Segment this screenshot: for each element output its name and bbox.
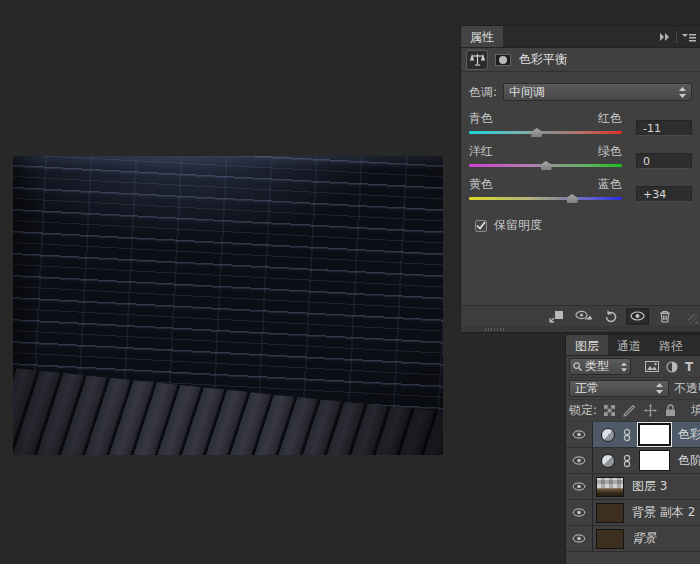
color-balance-scale-icon[interactable] xyxy=(467,51,487,69)
green-label: 绿色 xyxy=(598,143,622,160)
lock-row: 锁定: 填充: xyxy=(566,400,700,422)
magenta-green-thumb[interactable] xyxy=(541,161,552,170)
layer-list-empty-area xyxy=(566,552,700,564)
layer-name[interactable]: 色彩平衡 xyxy=(678,426,700,443)
panel-menu-icon[interactable] xyxy=(682,33,696,42)
magenta-label: 洋红 xyxy=(469,143,493,160)
visibility-eye-icon[interactable] xyxy=(566,448,593,473)
cyan-red-track[interactable] xyxy=(469,131,622,134)
cyan-red-slider-group: 青色 红色 -11 xyxy=(469,110,692,134)
lock-transparency-icon[interactable] xyxy=(604,405,615,416)
clip-to-layer-icon[interactable] xyxy=(545,308,568,325)
tone-label: 色调: xyxy=(469,84,497,101)
properties-footer xyxy=(461,305,700,326)
yellow-blue-value[interactable]: +34 xyxy=(636,186,692,202)
layer-mask-thumbnail[interactable] xyxy=(639,450,670,471)
layer-name[interactable]: 背景 副本 2 xyxy=(632,504,695,521)
panel-resize-grip[interactable] xyxy=(688,314,698,324)
reset-icon[interactable] xyxy=(599,308,622,325)
visibility-eye-icon[interactable] xyxy=(566,422,593,447)
collapse-panel-icon[interactable] xyxy=(659,33,671,41)
cyan-red-thumb[interactable] xyxy=(531,128,542,137)
layer-row-background-copy2[interactable]: 背景 副本 2 xyxy=(566,500,700,526)
properties-panel: 属性 色彩平衡 色调: xyxy=(461,26,700,332)
opacity-label: 不透明度: xyxy=(674,380,700,397)
blend-mode-select[interactable]: 正常 xyxy=(569,380,669,397)
layers-tabbar: 图层 通道 路径 xyxy=(566,335,700,356)
filter-kind-value: 类型 xyxy=(585,358,609,375)
divider xyxy=(676,31,677,43)
blend-mode-value: 正常 xyxy=(575,380,599,397)
red-label: 红色 xyxy=(598,110,622,127)
layer-thumbnail[interactable] xyxy=(596,529,624,549)
panel-drag-strip[interactable] xyxy=(461,326,700,332)
layer-mask-icon[interactable] xyxy=(493,51,513,69)
magenta-green-value[interactable]: 0 xyxy=(636,153,692,169)
tab-paths[interactable]: 路径 xyxy=(650,335,692,355)
filter-adjustment-layers-icon[interactable] xyxy=(666,361,678,373)
visibility-eye-icon[interactable] xyxy=(566,500,593,525)
layer-thumbnail[interactable] xyxy=(596,477,624,497)
layer-name[interactable]: 色阶 xyxy=(678,452,700,469)
preserve-luminosity-checkbox[interactable] xyxy=(475,220,487,232)
mask-link-icon[interactable] xyxy=(623,454,631,468)
tone-value: 中间调 xyxy=(509,84,545,101)
delete-adjustment-icon[interactable] xyxy=(653,308,676,325)
adjustment-layer-icon xyxy=(601,428,615,442)
blend-row: 正常 不透明度: xyxy=(566,378,700,400)
lock-all-icon[interactable] xyxy=(665,404,676,417)
toggle-visibility-icon[interactable] xyxy=(626,308,649,325)
properties-tabbar: 属性 xyxy=(461,26,700,48)
blue-label: 蓝色 xyxy=(598,176,622,193)
layer-row-layer3[interactable]: 图层 3 xyxy=(566,474,700,500)
filter-type-layers-icon[interactable]: T xyxy=(685,360,693,374)
layer-thumbnail[interactable] xyxy=(596,503,624,523)
filter-kind-select[interactable]: 类型 xyxy=(569,358,631,375)
tone-select[interactable]: 中间调 xyxy=(503,83,692,101)
adjustment-layer-icon xyxy=(601,454,615,468)
layer-filter-row: 类型 T xyxy=(566,356,700,378)
fill-label: 填充: xyxy=(691,402,700,419)
yellow-label: 黄色 xyxy=(469,176,493,193)
view-previous-state-icon[interactable] xyxy=(572,308,595,325)
panel-title: 色彩平衡 xyxy=(519,51,567,68)
updown-arrows-icon xyxy=(621,362,627,372)
layer-name[interactable]: 图层 3 xyxy=(632,478,667,495)
magenta-green-track[interactable] xyxy=(469,164,622,167)
updown-arrows-icon xyxy=(679,87,686,98)
cyan-red-value[interactable]: -11 xyxy=(636,120,692,136)
layer-name[interactable]: 背景 xyxy=(632,530,656,547)
mask-link-icon[interactable] xyxy=(623,428,631,442)
layer-row-levels[interactable]: 色阶 xyxy=(566,448,700,474)
updown-arrows-icon xyxy=(656,383,663,394)
yellow-blue-thumb[interactable] xyxy=(567,194,578,203)
canvas-vignette xyxy=(13,156,443,455)
visibility-eye-icon[interactable] xyxy=(566,474,593,499)
magenta-green-slider-group: 洋红 绿色 0 xyxy=(469,143,692,167)
tab-layers[interactable]: 图层 xyxy=(566,335,608,355)
lock-label: 锁定: xyxy=(569,402,597,419)
search-icon xyxy=(573,362,582,371)
layer-mask-thumbnail[interactable] xyxy=(639,424,670,445)
document-canvas[interactable] xyxy=(13,156,443,455)
layer-list: 色彩平衡 色阶 图层 3 xyxy=(566,422,700,564)
yellow-blue-track[interactable] xyxy=(469,197,622,200)
layer-row-color-balance[interactable]: 色彩平衡 xyxy=(566,422,700,448)
layer-row-background[interactable]: 背景 xyxy=(566,526,700,552)
lock-position-icon[interactable] xyxy=(644,404,657,417)
cyan-label: 青色 xyxy=(469,110,493,127)
layers-panel: 图层 通道 路径 类型 T 正常 不透明度: xyxy=(566,335,700,564)
tab-channels[interactable]: 通道 xyxy=(608,335,650,355)
visibility-eye-icon[interactable] xyxy=(566,526,593,551)
lock-image-icon[interactable] xyxy=(623,405,636,417)
yellow-blue-slider-group: 黄色 蓝色 +34 xyxy=(469,176,692,200)
preserve-luminosity-label: 保留明度 xyxy=(494,217,542,234)
adjustment-header: 色彩平衡 xyxy=(461,48,700,72)
filter-pixel-layers-icon[interactable] xyxy=(645,361,659,372)
tab-properties[interactable]: 属性 xyxy=(461,26,503,47)
